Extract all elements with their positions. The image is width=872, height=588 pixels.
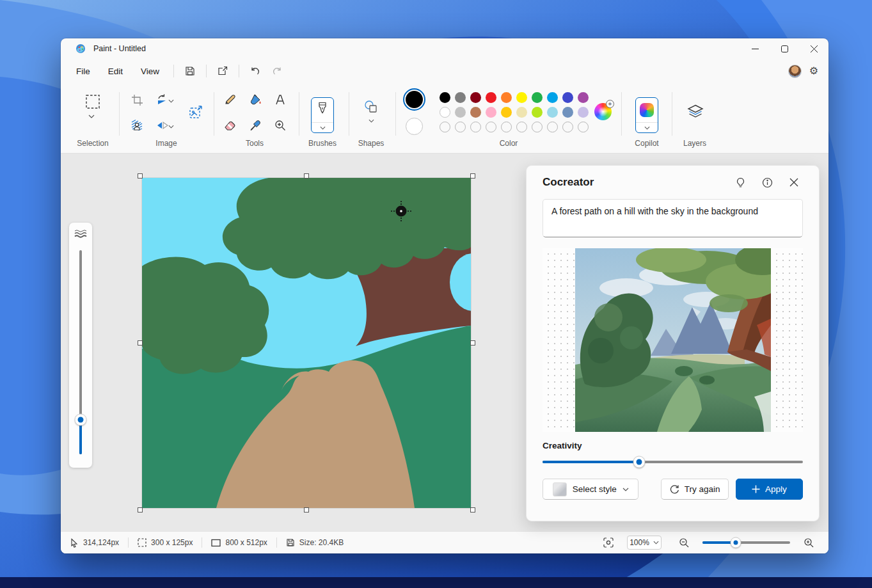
background-removal-button[interactable]	[127, 116, 147, 135]
settings-gear-icon[interactable]: ⚙	[809, 66, 818, 76]
shapes-dropdown[interactable]	[365, 116, 377, 125]
palette-empty-slot[interactable]	[486, 122, 496, 132]
select-style-button[interactable]: Select style	[543, 479, 638, 500]
palette-color-swatch[interactable]	[547, 107, 558, 118]
selection-handle-se[interactable]	[470, 507, 475, 513]
cocreator-close-button[interactable]	[785, 173, 803, 191]
palette-color-swatch[interactable]	[516, 92, 527, 103]
copilot-button[interactable]	[635, 97, 658, 133]
share-button[interactable]	[212, 61, 234, 81]
zoom-level-dropdown[interactable]: 100%	[627, 536, 662, 550]
palette-color-swatch[interactable]	[578, 107, 589, 118]
ribbon-toolbar: Selection	[61, 83, 828, 154]
flip-dropdown[interactable]	[166, 117, 176, 136]
palette-color-swatch[interactable]	[562, 92, 573, 103]
prompt-input[interactable]: A forest path on a hill with the sky in …	[543, 199, 803, 237]
palette-color-swatch[interactable]	[532, 107, 543, 118]
undo-button[interactable]	[244, 61, 266, 81]
palette-color-swatch[interactable]	[532, 92, 543, 103]
selection-handle-ne[interactable]	[470, 173, 475, 179]
zoom-slider[interactable]	[702, 537, 790, 548]
selection-handle-nw[interactable]	[138, 173, 143, 179]
add-color-plus-icon[interactable]: +	[606, 100, 614, 108]
color-picker-button[interactable]	[246, 116, 265, 135]
palette-color-swatch[interactable]	[578, 92, 589, 103]
resize-image-button[interactable]	[186, 102, 205, 122]
selection-handle-sw[interactable]	[138, 507, 143, 513]
tips-button[interactable]	[731, 173, 749, 191]
brushes-dropdown[interactable]	[312, 122, 333, 132]
fit-to-screen-button[interactable]	[598, 533, 619, 552]
info-button[interactable]	[758, 173, 776, 191]
palette-empty-slot[interactable]	[516, 122, 527, 132]
crop-button[interactable]	[127, 90, 147, 109]
eraser-icon	[223, 119, 236, 132]
palette-color-swatch[interactable]	[547, 92, 558, 103]
creativity-slider[interactable]	[543, 456, 803, 468]
copilot-dropdown[interactable]	[636, 122, 658, 132]
zoom-in-button[interactable]	[798, 533, 820, 552]
text-tool-button[interactable]	[271, 90, 290, 109]
selection-handle-e[interactable]	[470, 340, 475, 346]
primary-color-swatch[interactable]	[406, 91, 423, 108]
palette-empty-slot[interactable]	[455, 122, 466, 132]
save-button[interactable]	[179, 61, 201, 81]
brush-icon	[317, 102, 328, 118]
palette-empty-slot[interactable]	[562, 122, 573, 132]
palette-empty-slot[interactable]	[440, 122, 450, 132]
fill-bucket-button[interactable]	[246, 90, 265, 109]
menu-view[interactable]: View	[132, 63, 168, 80]
minimize-button[interactable]	[740, 38, 770, 59]
pencil-icon	[223, 93, 236, 106]
palette-color-swatch[interactable]	[455, 92, 466, 103]
zoom-slider-handle[interactable]	[731, 537, 741, 548]
brushes-button[interactable]	[311, 97, 334, 133]
selection-handle-n[interactable]	[304, 173, 309, 179]
apply-button[interactable]: Apply	[736, 479, 803, 500]
selection-handle-w[interactable]	[138, 340, 143, 346]
close-button[interactable]	[799, 38, 828, 59]
palette-color-swatch[interactable]	[516, 107, 527, 118]
rotate-dropdown[interactable]	[166, 91, 176, 111]
palette-color-swatch[interactable]	[470, 92, 481, 103]
palette-empty-slot[interactable]	[578, 122, 589, 132]
redo-button[interactable]	[266, 61, 288, 81]
palette-color-swatch[interactable]	[486, 107, 496, 118]
palette-color-swatch[interactable]	[562, 107, 573, 118]
info-icon	[762, 177, 773, 188]
menu-file[interactable]: File	[67, 63, 99, 80]
try-again-label: Try again	[685, 484, 720, 494]
palette-color-swatch[interactable]	[501, 107, 512, 118]
pencil-button[interactable]	[220, 90, 239, 109]
selection-dropdown[interactable]	[85, 111, 98, 122]
size-slider-handle[interactable]	[75, 413, 87, 425]
shapes-button[interactable]	[361, 97, 381, 116]
creativity-slider-handle[interactable]	[633, 456, 645, 468]
cocreator-buttons: Select style Try again Apply	[543, 479, 803, 500]
palette-empty-slot[interactable]	[547, 122, 558, 132]
chevron-down-icon	[88, 115, 95, 118]
palette-color-swatch[interactable]	[470, 107, 481, 118]
palette-color-swatch[interactable]	[455, 107, 466, 118]
eraser-button[interactable]	[220, 116, 239, 135]
palette-empty-slot[interactable]	[532, 122, 543, 132]
try-again-button[interactable]: Try again	[661, 479, 728, 500]
palette-color-swatch[interactable]	[440, 107, 450, 118]
magnifier-button[interactable]	[271, 116, 290, 135]
palette-color-swatch[interactable]	[501, 92, 512, 103]
palette-empty-slot[interactable]	[470, 122, 481, 132]
maximize-button[interactable]	[770, 38, 799, 59]
size-slider-track[interactable]	[79, 250, 82, 454]
palette-color-swatch[interactable]	[486, 92, 496, 103]
selection-tool-button[interactable]	[83, 92, 102, 111]
generated-image[interactable]	[575, 248, 771, 432]
palette-empty-slot[interactable]	[501, 122, 512, 132]
canvas[interactable]	[142, 178, 471, 508]
zoom-out-button[interactable]	[673, 533, 695, 552]
palette-color-swatch[interactable]	[440, 92, 450, 103]
layers-button[interactable]	[686, 102, 705, 122]
account-avatar[interactable]	[788, 65, 802, 78]
menu-edit[interactable]: Edit	[99, 63, 132, 80]
secondary-color-swatch[interactable]	[406, 118, 423, 135]
selection-handle-s[interactable]	[304, 507, 309, 513]
